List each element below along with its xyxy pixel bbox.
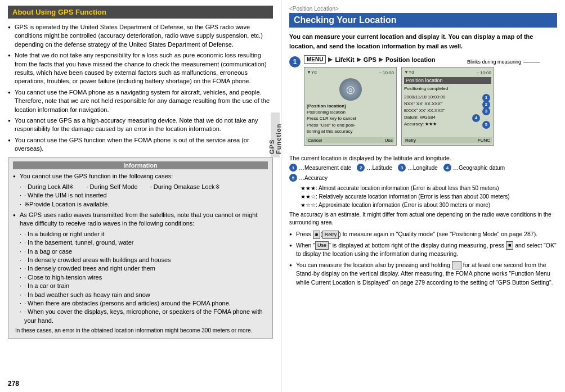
screen2-exx: EXXX° XX′ XX.XXX″ 3 [404,107,491,114]
legend-2: 2 …Latitude [357,164,392,172]
step-content: MENU ▶ LifeKit ▶ GPS ▶ Position location… [304,55,557,150]
info-item-2: As GPS uses radio waves transmitted from… [13,211,268,228]
retry-label: Retry [322,231,339,239]
page-number: 278 [8,380,19,388]
info-sub-3: ※Provide Location is available. [20,200,268,209]
screen1-line2: Press CLR key to cancel [307,115,394,121]
right-bullet-3: You can measure the location also by pre… [289,261,557,287]
gps-icon-row: ◎ [307,78,394,101]
gps-function-label: GPS Function [271,112,280,157]
bullet-item-1: GPS is operated by the United States Dep… [8,23,273,49]
legend-badge-3: 3 [398,164,406,172]
use-button-ref: Use [315,241,329,250]
legend-label-1: …Measurement date [299,165,351,171]
arrow-1: ▶ [328,56,333,62]
intro-text: You can measure your current location an… [289,32,557,51]
cond-2: · In the basement, tunnel, ground, water [20,238,268,247]
right-bullet-2: When "Use" is displayed at bottom right … [289,241,557,259]
blink-label: Blinks during measuring [467,59,540,65]
arrow-3: ▶ [379,56,383,62]
screen2-retry: Retry [405,138,416,143]
bullet-item-4: You cannot use GPS as a high-accuracy me… [8,116,273,134]
bullet-item-5: You cannot use the GPS function when the… [8,136,273,154]
left-column: About Using GPS Function GPS is operated… [0,0,281,392]
screen2-status: ▼Yd －10:00 [404,70,491,76]
bullet-item-3: You cannot use the FOMA phone as a navig… [8,88,273,114]
step-number: 1 [289,56,301,67]
badge-5: 5 [482,121,490,129]
legend-description: The current location is displayed by the… [289,155,557,161]
accuracy-stars-3: ★☆☆: Approximate location information (E… [301,201,557,209]
screen1-signal: ▼Yd [307,70,317,76]
info-box-header: Information [13,161,268,169]
screen2-completed: Positioning completed [404,85,491,92]
left-header: About Using GPS Function [8,6,273,19]
nav-position: Position location [385,56,436,63]
screen-1: ▼Yd －10:00 ◎ [Position location] Positio… [304,67,397,146]
screen2-signal: ▼Yd [404,70,414,76]
accuracy-stars-2: ★★☆: Relatively accurate location inform… [301,192,557,201]
screen2-datum: Datum: WGS84 4 [404,114,491,121]
cond-9: · When there are obstacles (persons and … [20,299,268,308]
cond-3: · In a bag or case [20,247,268,256]
legend-label-2: …Latitude [366,165,392,171]
info-sub-list: · During Lock All※ · During Self Mode · … [13,183,268,209]
info-item-1: You cannot use the GPS function in the f… [13,172,268,181]
legend-label-3: …Longitude [407,165,438,171]
step-1-row: 1 MENU ▶ LifeKit ▶ GPS ▶ Position locati… [289,55,557,150]
blink-label-text: Blinks during measuring [467,59,521,65]
screen1-time: －10:00 [378,70,394,76]
screen2-func: FUNC [478,138,490,143]
screen1-title: [Position location] [307,103,394,109]
screen1-line4: tioning at this accuracy [307,128,394,134]
info-sub-1: · During Lock All※ · During Self Mode · … [20,183,268,191]
cond-10: · When you cover the displays, keys, mic… [20,308,268,325]
right-bullet-1: Press ■(Retry) to measure again in "Qual… [289,230,557,239]
right-bullet-list: Press ■(Retry) to measure again in "Qual… [289,230,557,287]
screens-container: ▼Yd －10:00 ◎ [Position location] Positio… [304,67,557,146]
screen2-title: Position location [404,77,491,84]
cond-6: · Close to high-tension wires [20,273,268,282]
screen1-cancel: Cancel [308,138,322,143]
menu-button[interactable]: MENU [304,55,326,64]
screen1-line1: Positioning location [307,109,394,115]
cond-8: · In bad weather such as heavy rain and … [20,291,268,299]
legend-badge-1: 1 [289,164,297,172]
legend-row: 1 …Measurement date 2 …Latitude 3 …Longi… [289,164,557,172]
main-bullet-list: GPS is operated by the United States Dep… [8,23,273,153]
hold-button-ref [452,261,461,269]
legend-badge-4: 4 [443,164,451,172]
bullet-item-2: Note that we do not take any responsibil… [8,51,273,86]
screen1-body: [Position location] Positioning location… [307,103,394,142]
screen2-bottom: Retry FUNC [403,137,492,143]
legend-label-4: …Geographic datum [453,165,505,171]
legend-3: 3 …Longitude [398,164,438,172]
screen2-time: －10:00 [476,70,491,76]
info-sub-2: · While the UIM is not inserted [20,191,268,200]
screen-2: ▼Yd －10:00 Position location Positioning… [401,67,494,146]
info-list-2: As GPS uses radio waves transmitted from… [13,211,268,228]
nav-gps: GPS [364,56,376,63]
legend-label-5: …Accuracy [299,175,328,181]
arrow-2: ▶ [357,56,361,62]
conditions-list: · In a building or right under it · In t… [13,230,268,325]
screen1-status: ▼Yd －10:00 [307,70,394,76]
accuracy-note: The accuracy is an estimate. It might di… [289,211,557,227]
blink-line [523,62,540,62]
cond-4: · In densely crowded areas with building… [20,256,268,264]
screen2-date: 2008/11/18 10:00:00 1 [404,94,491,101]
screens-wrapper: Blinks during measuring ▼Yd －10:00 ◎ [304,67,557,146]
accuracy-stars-1: ★★★: Almost accurate location informatio… [301,184,557,192]
cond-1: · In a building or right under it [20,230,268,238]
condition-note: In these cases, an error in the obtained… [13,327,268,335]
legend-badge-2: 2 [357,164,365,172]
screen1-line3: Press "Use" to end posi- [307,122,394,128]
ok-button-ref: ■ [506,241,513,250]
legend-badge-5: 5 [289,174,297,182]
legend-5: 5 …Accuracy [289,174,328,182]
screen2-nxx: NXX° XX′ XX.XXX″ 2 [404,101,491,107]
screen2-body: Positioning completed 2008/11/18 10:00:0… [404,85,491,128]
right-column: <Position Location> Checking Your Locati… [281,0,565,392]
screen1-bottom: Cancel Use [306,137,394,143]
legend-row-2: 5 …Accuracy [289,174,557,182]
